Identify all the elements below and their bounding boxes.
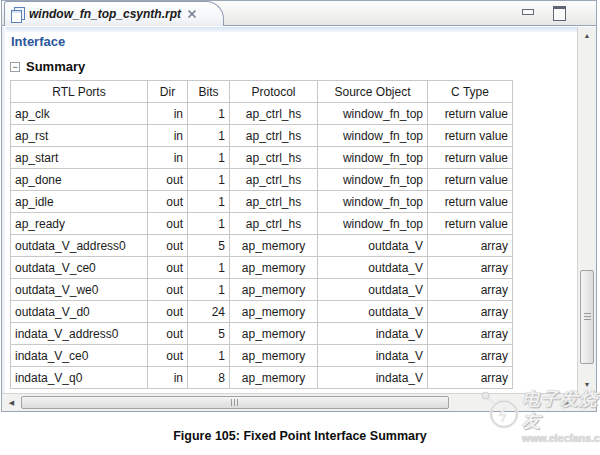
cell-protocol: ap_memory (230, 257, 318, 279)
content-top-highlight (2, 27, 577, 32)
cell-bits: 1 (188, 257, 230, 279)
tab-report[interactable]: window_fn_top_csynth.rpt (4, 1, 224, 26)
cell-rtl-port: indata_V_address0 (11, 323, 148, 345)
table-row: ap_idle out 1 ap_ctrl_hs window_fn_top r… (11, 191, 513, 213)
cell-protocol: ap_ctrl_hs (230, 213, 318, 235)
cell-dir: out (148, 213, 188, 235)
cell-protocol: ap_ctrl_hs (230, 169, 318, 191)
cell-source-object: window_fn_top (318, 103, 428, 125)
cell-source-object: indata_V (318, 367, 428, 389)
cell-rtl-port: ap_start (11, 147, 148, 169)
cell-bits: 1 (188, 147, 230, 169)
table-row: outdata_V_ce0 out 1 ap_memory outdata_V … (11, 257, 513, 279)
figure-caption: Figure 105: Fixed Point Interface Summar… (0, 429, 600, 443)
cell-source-object: indata_V (318, 345, 428, 367)
cell-c-type: array (428, 367, 513, 389)
scroll-up-icon[interactable]: ▲ (578, 27, 596, 44)
cell-protocol: ap_memory (230, 279, 318, 301)
vertical-scrollbar[interactable]: ▲ ▼ (577, 27, 596, 393)
summary-section-header: − Summary (10, 59, 85, 74)
horizontal-scrollbar[interactable]: ◀ ▶ (2, 393, 577, 411)
vertical-scrollbar-thumb[interactable] (580, 270, 594, 364)
col-header-rtl-ports: RTL Ports (11, 81, 148, 103)
cell-c-type: array (428, 345, 513, 367)
scroll-right-icon[interactable]: ▶ (558, 394, 575, 411)
scroll-left-icon[interactable]: ◀ (3, 394, 20, 411)
table-row: ap_clk in 1 ap_ctrl_hs window_fn_top ret… (11, 103, 513, 125)
cell-rtl-port: outdata_V_address0 (11, 235, 148, 257)
table-row: outdata_V_address0 out 5 ap_memory outda… (11, 235, 513, 257)
report-file-icon (11, 7, 24, 21)
cell-source-object: indata_V (318, 323, 428, 345)
table-header: RTL Ports Dir Bits Protocol Source Objec… (11, 81, 513, 103)
cell-source-object: window_fn_top (318, 125, 428, 147)
cell-protocol: ap_memory (230, 323, 318, 345)
table-header-row: RTL Ports Dir Bits Protocol Source Objec… (11, 81, 513, 103)
cell-rtl-port: ap_idle (11, 191, 148, 213)
cell-protocol: ap_memory (230, 367, 318, 389)
page: window_fn_top_csynth.rpt Interface − (0, 0, 600, 455)
cell-dir: out (148, 235, 188, 257)
cell-bits: 1 (188, 213, 230, 235)
col-header-protocol: Protocol (230, 81, 318, 103)
col-header-bits: Bits (188, 81, 230, 103)
cell-rtl-port: indata_V_q0 (11, 367, 148, 389)
cell-protocol: ap_ctrl_hs (230, 125, 318, 147)
cell-bits: 5 (188, 323, 230, 345)
cell-bits: 1 (188, 169, 230, 191)
table-row: ap_ready out 1 ap_ctrl_hs window_fn_top … (11, 213, 513, 235)
cell-protocol: ap_ctrl_hs (230, 103, 318, 125)
col-header-c-type: C Type (428, 81, 513, 103)
cell-c-type: return value (428, 213, 513, 235)
editor-tabbar: window_fn_top_csynth.rpt (2, 1, 596, 26)
table-row: ap_start in 1 ap_ctrl_hs window_fn_top r… (11, 147, 513, 169)
cell-bits: 1 (188, 103, 230, 125)
maximize-icon[interactable] (551, 5, 566, 18)
view-controls (520, 5, 566, 18)
interface-summary-table: RTL Ports Dir Bits Protocol Source Objec… (10, 80, 513, 389)
table-row: indata_V_address0 out 5 ap_memory indata… (11, 323, 513, 345)
horizontal-scrollbar-thumb[interactable] (21, 396, 449, 409)
cell-rtl-port: ap_ready (11, 213, 148, 235)
cell-source-object: outdata_V (318, 235, 428, 257)
cell-source-object: outdata_V (318, 257, 428, 279)
cell-dir: out (148, 279, 188, 301)
cell-source-object: outdata_V (318, 301, 428, 323)
col-header-dir: Dir (148, 81, 188, 103)
cell-dir: out (148, 191, 188, 213)
scrollbar-corner (577, 393, 596, 411)
cell-rtl-port: ap_rst (11, 125, 148, 147)
cell-bits: 1 (188, 125, 230, 147)
cell-dir: out (148, 301, 188, 323)
cell-protocol: ap_memory (230, 301, 318, 323)
table-body: ap_clk in 1 ap_ctrl_hs window_fn_top ret… (11, 103, 513, 389)
cell-rtl-port: outdata_V_we0 (11, 279, 148, 301)
table-row: ap_rst in 1 ap_ctrl_hs window_fn_top ret… (11, 125, 513, 147)
collapse-toggle-icon[interactable]: − (10, 62, 20, 72)
report-content: Interface − Summary RTL Ports Dir Bits P… (2, 27, 577, 393)
report-heading: Interface (11, 34, 65, 49)
cell-dir: out (148, 345, 188, 367)
table-row: outdata_V_d0 out 24 ap_memory outdata_V … (11, 301, 513, 323)
scroll-down-icon[interactable]: ▼ (578, 376, 596, 393)
cell-bits: 5 (188, 235, 230, 257)
table-row: indata_V_ce0 out 1 ap_memory indata_V ar… (11, 345, 513, 367)
cell-bits: 1 (188, 279, 230, 301)
cell-c-type: array (428, 323, 513, 345)
cell-rtl-port: outdata_V_ce0 (11, 257, 148, 279)
tab-close-icon[interactable] (186, 9, 197, 20)
cell-source-object: window_fn_top (318, 191, 428, 213)
minimize-icon[interactable] (520, 5, 535, 18)
content-left-margin (2, 27, 6, 393)
table-row: ap_done out 1 ap_ctrl_hs window_fn_top r… (11, 169, 513, 191)
cell-rtl-port: ap_done (11, 169, 148, 191)
cell-protocol: ap_memory (230, 345, 318, 367)
cell-c-type: return value (428, 191, 513, 213)
cell-dir: out (148, 169, 188, 191)
cell-dir: in (148, 103, 188, 125)
cell-dir: out (148, 257, 188, 279)
cell-rtl-port: ap_clk (11, 103, 148, 125)
cell-c-type: return value (428, 147, 513, 169)
cell-protocol: ap_ctrl_hs (230, 147, 318, 169)
cell-rtl-port: outdata_V_d0 (11, 301, 148, 323)
